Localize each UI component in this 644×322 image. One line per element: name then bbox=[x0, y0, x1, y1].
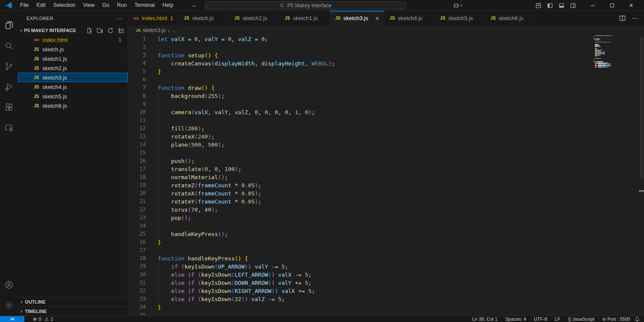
menu-edit[interactable]: Edit bbox=[32, 0, 50, 11]
collapse-all-icon[interactable] bbox=[118, 27, 124, 34]
split-editor-icon[interactable] bbox=[619, 15, 626, 21]
menu-help[interactable]: Help bbox=[159, 0, 177, 11]
refresh-icon[interactable] bbox=[107, 27, 114, 34]
workspace-section-header[interactable]: › P5 MAKEY INTERFACE bbox=[18, 26, 128, 35]
line-content[interactable]: push(); bbox=[158, 157, 414, 165]
line-content[interactable]: rotateX(frameCount * 0.05); bbox=[158, 189, 414, 198]
line-number[interactable]: 9 bbox=[128, 100, 146, 108]
code-editor[interactable]: 1let valX = 0, valY = 0, valZ = 0;23func… bbox=[128, 35, 644, 316]
line-number[interactable]: 32 bbox=[128, 287, 146, 295]
line-number[interactable]: 20 bbox=[128, 189, 146, 198]
line-content[interactable] bbox=[158, 149, 414, 157]
line-number[interactable]: 2 bbox=[128, 43, 146, 51]
line-content[interactable]: createCanvas(displayWidth, displayHeight… bbox=[158, 59, 414, 68]
cursor-position[interactable]: Ln 39, Col 1 bbox=[472, 316, 497, 322]
line-number[interactable]: 29 bbox=[128, 263, 146, 271]
line-number[interactable]: 23 bbox=[128, 214, 146, 222]
scrollbar-thumb[interactable] bbox=[640, 37, 644, 178]
menu-terminal[interactable]: Terminal bbox=[131, 0, 159, 11]
pane-timeline[interactable]: ›TIMELINE bbox=[18, 306, 128, 316]
line-content[interactable]: function draw() { bbox=[158, 84, 414, 92]
line-content[interactable]: torus(70, 40); bbox=[158, 206, 414, 214]
tab-index.html[interactable]: <>index.html1 bbox=[128, 11, 179, 26]
line-content[interactable]: fill(200); bbox=[158, 124, 414, 133]
extensions-icon[interactable] bbox=[0, 97, 18, 118]
notifications-bell-icon[interactable] bbox=[635, 316, 640, 322]
tab-sketch.js[interactable]: JSsketch.js bbox=[179, 11, 229, 26]
line-number[interactable]: 28 bbox=[128, 254, 146, 263]
line-content[interactable] bbox=[158, 100, 414, 108]
remote-indicator[interactable]: >< bbox=[0, 316, 24, 322]
line-content[interactable]: else if (keyIsDown(32)) valZ -= 5; bbox=[158, 295, 414, 303]
toggle-primary-sidebar-icon[interactable] bbox=[547, 3, 553, 9]
menu-run[interactable]: Run bbox=[113, 0, 131, 11]
file-sketch4.js[interactable]: JSsketch4.js bbox=[18, 82, 128, 92]
explorer-icon[interactable] bbox=[0, 15, 18, 35]
file-sketch6.js[interactable]: JSsketch6.js bbox=[18, 101, 128, 110]
file-sketch.js[interactable]: JSsketch.js bbox=[18, 44, 128, 54]
accounts-icon[interactable] bbox=[0, 275, 18, 295]
back-arrow-icon[interactable]: ← bbox=[192, 2, 198, 9]
line-content[interactable]: translate(0, 0, 100); bbox=[158, 165, 414, 173]
new-folder-icon[interactable] bbox=[97, 27, 103, 34]
more-actions-icon[interactable]: ⋯ bbox=[632, 15, 638, 22]
line-content[interactable]: handleKeyPress(); bbox=[158, 230, 414, 238]
line-content[interactable]: camera(valX, valY, valZ, 0, 0, 0, 0, 1, … bbox=[158, 108, 414, 116]
tab-sketch3.js[interactable]: JSsketch3.js× bbox=[330, 11, 384, 26]
line-number[interactable]: 5 bbox=[128, 68, 146, 76]
customize-layout-icon[interactable] bbox=[535, 3, 541, 9]
line-content[interactable]: function setup() { bbox=[158, 51, 414, 59]
run-and-debug-icon[interactable] bbox=[0, 77, 18, 97]
line-number[interactable]: 4 bbox=[128, 59, 146, 68]
line-number[interactable]: 12 bbox=[128, 124, 146, 133]
line-content[interactable]: else if (keyIsDown(RIGHT_ARROW)) valX +=… bbox=[158, 287, 414, 295]
line-content[interactable]: else if (keyIsDown(DOWN_ARROW)) valY += … bbox=[158, 279, 414, 287]
line-number[interactable]: 27 bbox=[128, 246, 146, 254]
line-number[interactable]: 33 bbox=[128, 295, 146, 303]
line-content[interactable]: background(255); bbox=[158, 92, 414, 100]
encoding[interactable]: UTF-8 bbox=[534, 316, 547, 322]
line-content[interactable]: } bbox=[158, 68, 414, 76]
line-number[interactable]: 8 bbox=[128, 92, 146, 100]
line-content[interactable]: let valX = 0, valY = 0, valZ = 0; bbox=[158, 35, 414, 43]
close-icon[interactable]: × bbox=[375, 15, 379, 22]
file-sketch1.js[interactable]: JSsketch1.js bbox=[18, 54, 128, 63]
command-center-search[interactable]: P5 Makey Interface bbox=[205, 1, 406, 9]
line-content[interactable] bbox=[158, 246, 414, 254]
line-number[interactable]: 30 bbox=[128, 271, 146, 279]
line-number[interactable]: 19 bbox=[128, 181, 146, 189]
line-number[interactable]: 3 bbox=[128, 51, 146, 59]
line-number[interactable]: 24 bbox=[128, 222, 146, 230]
line-number[interactable]: 13 bbox=[128, 133, 146, 141]
line-content[interactable] bbox=[158, 116, 414, 124]
line-number[interactable]: 34 bbox=[128, 303, 146, 311]
file-sketch2.js[interactable]: JSsketch2.js bbox=[18, 63, 128, 73]
line-number[interactable]: 6 bbox=[128, 76, 146, 84]
line-number[interactable]: 26 bbox=[128, 238, 146, 246]
line-number[interactable]: 16 bbox=[128, 157, 146, 165]
line-content[interactable] bbox=[158, 222, 414, 230]
tab-sketch2.js[interactable]: JSsketch2.js bbox=[229, 11, 279, 26]
line-content[interactable]: pop(); bbox=[158, 214, 414, 222]
line-content[interactable]: } bbox=[158, 303, 414, 311]
source-control-icon[interactable] bbox=[0, 56, 18, 77]
line-number[interactable]: 14 bbox=[128, 141, 146, 149]
copilot-menu[interactable]: ˅ bbox=[453, 0, 462, 11]
minimize-button[interactable]: ─ bbox=[586, 2, 599, 9]
line-content[interactable]: if (keyIsDown(UP_ARROW)) valY -= 5; bbox=[158, 263, 414, 271]
tab-sketch5.js[interactable]: JSsketch5.js bbox=[435, 11, 485, 26]
toggle-secondary-sidebar-icon[interactable] bbox=[570, 3, 576, 9]
maximize-button[interactable] bbox=[606, 2, 618, 9]
line-number[interactable]: 35 bbox=[128, 311, 146, 316]
settings-gear-icon[interactable] bbox=[0, 295, 18, 316]
file-sketch5.js[interactable]: JSsketch5.js bbox=[18, 92, 128, 101]
line-content[interactable]: rotateY(frameCount * 0.05); bbox=[158, 198, 414, 206]
pane-outline[interactable]: ›OUTLINE bbox=[18, 297, 128, 306]
problems-status[interactable]: ⊗ 0 ⚠ 1 bbox=[33, 316, 53, 322]
breadcrumb[interactable]: JS sketch3.js › … bbox=[128, 26, 644, 35]
line-number[interactable]: 25 bbox=[128, 230, 146, 238]
line-content[interactable] bbox=[158, 311, 414, 316]
live-server-port[interactable]: ⊘ Port : 5500 bbox=[602, 316, 630, 322]
menu-selection[interactable]: Selection bbox=[50, 0, 79, 11]
line-content[interactable] bbox=[158, 43, 414, 51]
